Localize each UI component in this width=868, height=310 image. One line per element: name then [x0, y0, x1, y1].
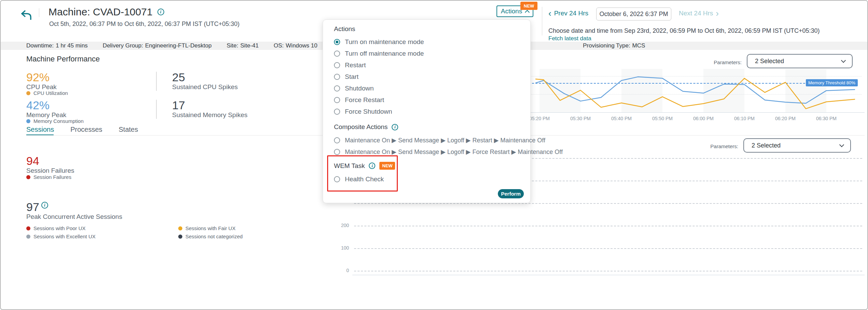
- gridline: [354, 271, 862, 271]
- y-tick-label: 0: [328, 268, 349, 273]
- radio-selected-icon: [334, 39, 340, 45]
- radio-icon: [334, 137, 340, 143]
- radio-icon: [334, 109, 340, 115]
- radio-icon: [334, 85, 340, 91]
- tab-sessions[interactable]: Sessions: [26, 126, 54, 133]
- radio-icon: [334, 97, 340, 103]
- gridline: [354, 203, 862, 204]
- action-option-shutdown[interactable]: Shutdown: [334, 85, 374, 92]
- perform-button[interactable]: Perform: [498, 189, 524, 198]
- action-option-force-restart[interactable]: Force Restart: [334, 96, 384, 104]
- wem-task-highlight-box: [327, 155, 398, 192]
- actions-panel-title: Actions: [334, 25, 355, 33]
- action-option-turn-on-maintenance[interactable]: Turn on maintenance mode: [334, 38, 424, 46]
- radio-icon: [334, 51, 340, 57]
- radio-icon: [334, 149, 340, 155]
- action-option-force-shutdown[interactable]: Force Shutdown: [334, 108, 392, 115]
- actions-new-badge: NEW: [520, 2, 537, 10]
- gridline: [354, 248, 862, 249]
- action-option-start[interactable]: Start: [334, 73, 359, 81]
- action-option-restart[interactable]: Restart: [334, 61, 366, 69]
- x-axis-line: [352, 275, 865, 275]
- tab-bar: Sessions Processes States: [26, 126, 138, 133]
- composite-option-force-restart-sequence[interactable]: Maintenance On ▶ Send Message ▶ Logoff ▶…: [334, 148, 563, 156]
- gridline: [354, 226, 862, 226]
- composite-actions-info-icon[interactable]: i: [392, 124, 398, 130]
- tab-processes[interactable]: Processes: [70, 126, 102, 133]
- composite-actions-header: Composite Actions i: [334, 123, 398, 131]
- radio-icon: [334, 74, 340, 80]
- tab-states[interactable]: States: [119, 126, 138, 133]
- y-tick-label: 200: [328, 223, 349, 228]
- composite-option-restart-sequence[interactable]: Maintenance On ▶ Send Message ▶ Logoff ▶…: [334, 137, 545, 144]
- radio-icon: [334, 62, 340, 68]
- action-option-turn-off-maintenance[interactable]: Turn off maintenance mode: [334, 50, 424, 57]
- y-tick-label: 100: [328, 245, 349, 251]
- actions-dropdown-panel: Actions Turn on maintenance mode Turn of…: [323, 19, 531, 203]
